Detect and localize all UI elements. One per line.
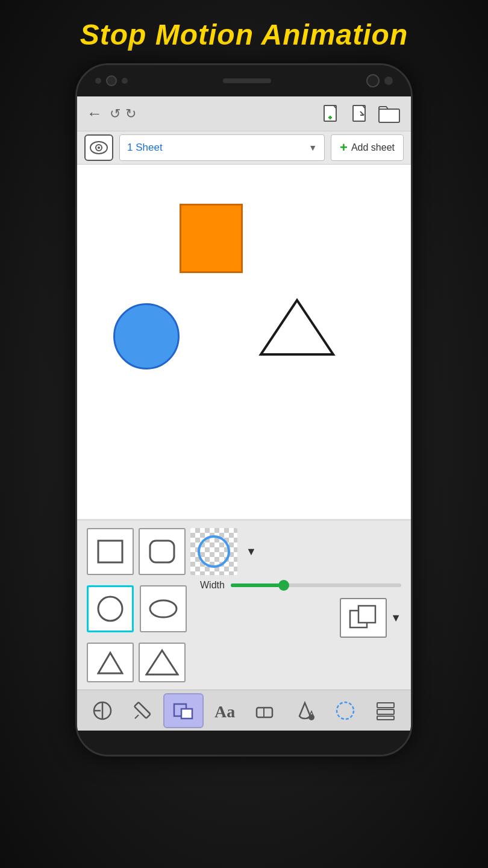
shape-circle-transparent-option[interactable] — [190, 528, 237, 575]
add-sheet-label: Add sheet — [351, 142, 395, 153]
sheet-dropdown[interactable]: 1 Sheet ▼ — [119, 134, 325, 161]
toolbar-left: ← ↺ ↻ — [87, 104, 136, 123]
export-file-button[interactable] — [348, 102, 372, 126]
shape-rect-option[interactable] — [87, 528, 134, 575]
text-tool-button[interactable]: Aa — [204, 693, 244, 728]
preview-button[interactable] — [84, 134, 113, 161]
svg-point-17 — [150, 600, 177, 617]
width-control-row: Width ▼ — [87, 580, 401, 638]
sheet-name: 1 Sheet — [127, 142, 163, 154]
eraser-icon — [253, 699, 276, 722]
pencil-tool-button[interactable] — [122, 693, 163, 728]
shape-rounded-rect-option[interactable] — [139, 528, 186, 575]
phone-sensors — [366, 74, 393, 87]
back-button[interactable]: ← — [87, 104, 102, 123]
toolbar-top: ← ↺ ↻ — [77, 96, 411, 131]
svg-rect-4 — [353, 105, 365, 121]
sensor-oval — [384, 77, 393, 85]
svg-rect-35 — [377, 709, 394, 714]
shape-panel: ▼ — [77, 521, 411, 690]
svg-point-11 — [98, 146, 100, 149]
svg-point-15 — [199, 536, 229, 567]
compass-icon — [91, 699, 114, 722]
svg-rect-36 — [377, 716, 394, 720]
shape-circle-option[interactable] — [87, 585, 134, 632]
shape-oval-option[interactable] — [140, 585, 187, 632]
svg-point-33 — [337, 702, 354, 719]
shape-dropdown-arrow[interactable]: ▼ — [242, 528, 260, 575]
bottom-toolbar: Aa — [77, 690, 411, 731]
camera-dot-small2 — [122, 78, 128, 84]
phone-frame: ← ↺ ↻ — [75, 63, 413, 756]
svg-line-26 — [135, 715, 139, 719]
phone-screen: ← ↺ ↻ — [77, 96, 411, 731]
black-triangle-shape — [258, 297, 336, 357]
phone-top-bar — [77, 65, 411, 96]
svg-point-16 — [98, 597, 122, 621]
circle-transparent-icon — [195, 533, 233, 570]
layers-tool-button[interactable] — [366, 693, 406, 728]
svg-rect-8 — [379, 109, 399, 122]
shape-icon — [172, 699, 195, 722]
sensor-circle — [366, 74, 380, 87]
shape-small-triangle-option[interactable] — [87, 643, 134, 682]
undo-redo-group: ↺ ↻ — [110, 106, 136, 122]
rect-icon — [95, 536, 126, 567]
layers-icon — [374, 699, 397, 722]
eraser-tool-button[interactable] — [244, 693, 284, 728]
add-sheet-plus-icon: + — [340, 140, 348, 156]
svg-marker-12 — [261, 300, 333, 354]
small-triangle-icon — [97, 650, 124, 675]
add-sheet-button[interactable]: + Add sheet — [331, 134, 404, 161]
shape-tool-button[interactable] — [163, 693, 204, 728]
orange-rectangle-shape — [180, 204, 243, 273]
folder-button[interactable] — [377, 102, 401, 126]
svg-rect-14 — [150, 541, 174, 562]
lasso-icon — [334, 699, 357, 722]
export-file-icon — [351, 104, 370, 124]
rounded-rect-icon — [146, 536, 178, 567]
phone-bottom-bar — [77, 731, 411, 755]
folder-icon — [378, 104, 400, 124]
sheet-bar: 1 Sheet ▼ + Add sheet — [77, 131, 411, 165]
svg-rect-13 — [98, 541, 122, 562]
width-label: Width — [200, 580, 225, 591]
fill-icon — [293, 699, 316, 722]
eye-icon — [90, 140, 108, 155]
text-icon: Aa — [212, 699, 235, 722]
drawing-canvas[interactable] — [77, 165, 411, 519]
svg-rect-25 — [134, 702, 151, 718]
toolbar-right — [319, 102, 401, 126]
blue-circle-shape — [113, 303, 180, 370]
svg-marker-21 — [146, 650, 178, 675]
camera-dot-small1 — [95, 78, 101, 84]
dropdown-chevron-icon: ▼ — [308, 143, 317, 153]
chevron-down-icon: ▼ — [246, 546, 257, 558]
phone-speaker — [223, 78, 271, 83]
oval-icon — [148, 593, 179, 624]
combine-shapes-button[interactable] — [340, 598, 387, 638]
new-file-icon — [322, 104, 341, 124]
combine-dropdown-icon[interactable]: ▼ — [390, 612, 401, 624]
new-file-button[interactable] — [319, 102, 343, 126]
svg-text:Aa: Aa — [214, 702, 235, 721]
redo-button[interactable]: ↻ — [125, 106, 136, 122]
undo-button[interactable]: ↺ — [110, 106, 120, 122]
shape-large-triangle-option[interactable] — [139, 643, 186, 682]
fill-tool-button[interactable] — [284, 693, 325, 728]
app-title: Stop Motion Animation — [80, 18, 408, 51]
lasso-tool-button[interactable] — [325, 693, 366, 728]
svg-rect-34 — [377, 703, 394, 708]
svg-rect-19 — [358, 606, 375, 623]
combine-icon — [348, 603, 379, 632]
pencil-icon — [131, 699, 154, 722]
large-triangle-icon — [145, 649, 179, 676]
svg-marker-20 — [98, 653, 122, 673]
triangles-row — [87, 643, 401, 682]
circle-icon — [95, 593, 126, 624]
phone-camera-area — [95, 75, 128, 86]
compass-tool-button[interactable] — [82, 693, 122, 728]
svg-rect-28 — [181, 709, 192, 719]
camera-dot-main — [106, 75, 117, 86]
